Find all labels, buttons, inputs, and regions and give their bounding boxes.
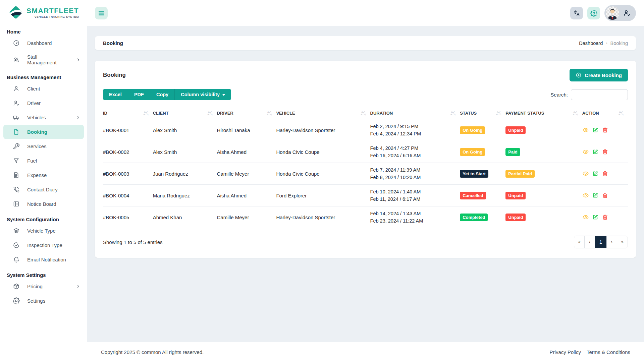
view-icon[interactable] <box>582 214 589 221</box>
footer: Copyright 2025 © common All rights reser… <box>87 342 644 362</box>
edit-icon[interactable] <box>592 127 599 133</box>
header-vehicle[interactable]: VEHICLEâ–²â–¼ <box>276 107 370 119</box>
sidebar-toggle-button[interactable] <box>95 7 108 19</box>
edit-icon[interactable] <box>592 170 599 177</box>
header-action[interactable]: ACTIONâ–²â–¼ <box>582 107 628 119</box>
header-id[interactable]: IDâ–²â–¼ <box>103 107 153 119</box>
edit-icon[interactable] <box>592 148 599 155</box>
sort-icon: â–²â–¼ <box>267 111 274 116</box>
dashboard-icon <box>13 40 20 47</box>
booking-table: IDâ–²â–¼ CLIENTâ–²â–¼ DRIVERâ–²â–¼ VEHIC… <box>103 107 628 228</box>
table-header-row: IDâ–²â–¼ CLIENTâ–²â–¼ DRIVERâ–²â–¼ VEHIC… <box>103 107 628 119</box>
hamburger-icon <box>98 10 104 16</box>
cell-id: #BOK-0005 <box>103 206 153 228</box>
sidebar-item-inspection-type[interactable]: Inspection Type <box>0 238 87 252</box>
header-payment-status[interactable]: PAYMENT STATUSâ–²â–¼ <box>505 107 582 119</box>
pagination-next[interactable]: › <box>607 236 617 248</box>
cell-vehicle: Harley-Davidson Sportster <box>276 206 370 228</box>
payment-status-badge: Paid <box>505 148 520 156</box>
sidebar-item-dashboard[interactable]: Dashboard <box>0 36 87 50</box>
pricing-icon <box>13 283 20 290</box>
search-input[interactable] <box>571 89 628 100</box>
delete-icon[interactable] <box>602 192 608 199</box>
breadcrumb-dashboard-link[interactable]: Dashboard <box>579 41 603 46</box>
card-title: Booking <box>103 72 126 78</box>
sort-icon: â–²â–¼ <box>619 111 626 116</box>
terms-conditions-link[interactable]: Terms & Conditions <box>587 349 630 355</box>
sidebar-item-vehicle-type[interactable]: Vehicle Type <box>0 224 87 238</box>
sidebar-item-label: Email Notification <box>27 257 66 262</box>
delete-icon[interactable] <box>602 127 608 133</box>
sidebar-item-staff-management[interactable]: Staff Management <box>0 50 87 69</box>
breadcrumb-bar: Booking Dashboard › Booking <box>95 36 636 50</box>
view-icon[interactable] <box>582 148 589 155</box>
view-icon[interactable] <box>582 127 589 133</box>
cell-driver: Camille Meyer <box>217 163 276 185</box>
cell-client: Ahmed Khan <box>153 206 217 228</box>
sidebar-item-label: Contact Diary <box>27 187 58 192</box>
status-badge: On Going <box>460 148 485 156</box>
cell-duration: Feb 2, 2024 / 9:15 PMFeb 4, 2024 / 12:34… <box>370 119 460 141</box>
booking-card: Booking Create Booking Excel PDF Copy Co… <box>95 61 636 258</box>
sidebar-section-home: Home <box>0 23 87 36</box>
sidebar-item-label: Fuel <box>27 158 37 164</box>
sidebar-item-expense[interactable]: Expense <box>0 168 87 182</box>
sidebar-item-fuel[interactable]: Fuel <box>0 154 87 168</box>
sidebar-item-contact-diary[interactable]: Contact Diary <box>0 182 87 197</box>
pagination-first[interactable]: « <box>574 236 585 248</box>
brand-logo[interactable]: SMARTFLEET VEHICLE TRACKING SYSTEM <box>0 3 87 23</box>
gear-icon <box>590 10 597 17</box>
translate-icon <box>573 10 580 17</box>
settings-button[interactable] <box>587 7 600 19</box>
delete-icon[interactable] <box>602 214 608 221</box>
edit-icon[interactable] <box>592 214 599 221</box>
view-icon[interactable] <box>582 192 589 199</box>
sidebar-item-driver[interactable]: Driver <box>0 96 87 110</box>
cell-client: Juan Rodriguez <box>153 163 217 185</box>
sidebar-item-vehicles[interactable]: Vehicles <box>0 110 87 125</box>
fuel-icon <box>13 157 20 164</box>
cell-driver: Aisha Ahmed <box>217 141 276 163</box>
pagination-last[interactable]: » <box>617 236 628 248</box>
sidebar-item-settings[interactable]: Settings <box>0 294 87 308</box>
header-duration[interactable]: DURATIONâ–²â–¼ <box>370 107 460 119</box>
sidebar-item-label: Pricing <box>27 284 43 289</box>
pagination-page-1[interactable]: 1 <box>595 236 607 248</box>
profile-menu[interactable] <box>604 5 636 21</box>
sidebar-item-notice-board[interactable]: Notice Board <box>0 197 87 211</box>
copy-export-button[interactable]: Copy <box>150 89 175 100</box>
view-icon[interactable] <box>582 170 589 177</box>
excel-export-button[interactable]: Excel <box>103 89 128 100</box>
chevron-right-icon <box>75 284 82 289</box>
privacy-policy-link[interactable]: Privacy Policy <box>550 349 581 355</box>
email-notification-icon <box>13 256 20 263</box>
sort-icon: â–²â–¼ <box>144 111 151 116</box>
sidebar-item-label: Vehicles <box>27 115 46 120</box>
create-booking-button[interactable]: Create Booking <box>570 69 628 81</box>
language-button[interactable] <box>570 7 583 19</box>
sidebar-item-email-notification[interactable]: Email Notification <box>0 252 87 267</box>
table-row: #BOK-0002 Alex Smith Aisha Ahmed Honda C… <box>103 141 628 163</box>
pagination-prev[interactable]: ‹ <box>585 236 595 248</box>
column-visibility-button[interactable]: Column visibility <box>175 89 231 100</box>
sidebar-item-label: Expense <box>27 172 47 178</box>
header-client[interactable]: CLIENTâ–²â–¼ <box>153 107 217 119</box>
sidebar-item-label: Notice Board <box>27 201 56 207</box>
delete-icon[interactable] <box>602 170 608 177</box>
driver-icon <box>13 100 20 107</box>
brand-name: SMARTFLEET <box>26 7 79 15</box>
sidebar-item-client[interactable]: Client <box>0 81 87 96</box>
delete-icon[interactable] <box>602 148 608 155</box>
header-driver[interactable]: DRIVERâ–²â–¼ <box>217 107 276 119</box>
client-icon <box>13 85 20 92</box>
sidebar-item-label: Vehicle Type <box>27 228 56 234</box>
cell-duration: Feb 7, 2024 / 11:39 AMFeb 8, 2024 / 10:2… <box>370 163 460 185</box>
sidebar-item-label: Services <box>27 143 47 149</box>
pdf-export-button[interactable]: PDF <box>128 89 150 100</box>
sidebar-item-pricing[interactable]: Pricing <box>0 279 87 294</box>
edit-icon[interactable] <box>592 192 599 199</box>
sidebar-item-booking[interactable]: Booking <box>3 125 84 139</box>
header-status[interactable]: STATUSâ–²â–¼ <box>460 107 505 119</box>
notice-board-icon <box>13 200 20 207</box>
sidebar-item-services[interactable]: Services <box>0 139 87 154</box>
